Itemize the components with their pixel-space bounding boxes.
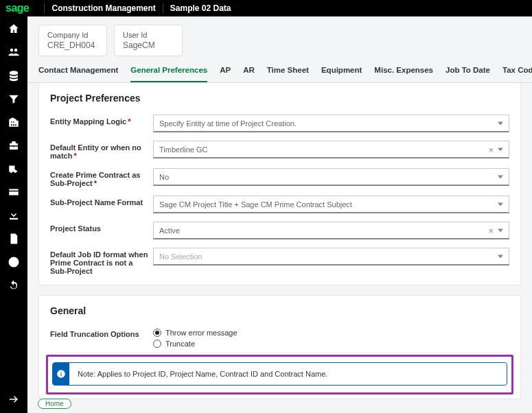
database-icon[interactable] [7,69,21,82]
user-id-label: User Id [123,31,174,39]
entity-mapping-select[interactable]: Specify Entity at time of Project Creati… [153,115,509,132]
toolbox-icon[interactable] [7,139,21,152]
truncation-option-truncate[interactable]: Truncate [153,340,509,348]
truncation-option-throw[interactable]: Throw error message [153,329,509,337]
chevron-down-icon [498,228,503,232]
default-entity-label: Default Entity or when no match* [50,141,153,160]
chevron-down-icon [498,175,503,178]
job-id-format-select[interactable]: No Selection [153,248,509,266]
default-entity-select[interactable]: Timberline GC × [153,141,509,158]
tab-general-preferences[interactable]: General Preferences [130,60,207,83]
tab-misc-expenses[interactable]: Misc. Expenses [374,60,433,82]
chart-icon[interactable] [7,255,21,269]
highlight-annotation: Note: Applies to Project ID, Project Nam… [46,355,513,394]
info-icon [53,363,69,385]
general-panel: General Field Truncation Options Throw e… [38,295,521,399]
tab-ar[interactable]: AR [243,60,255,82]
users-icon[interactable] [7,45,21,59]
project-preferences-panel: Project Preferences Entity Mapping Logic… [38,83,521,285]
chevron-down-icon [498,148,503,151]
project-status-select[interactable]: Active × [153,222,509,239]
general-title: General [39,296,520,323]
refresh-icon[interactable] [7,279,21,292]
subproject-format-select[interactable]: Sage CM Project Title + Sage CM Prime Co… [153,196,509,213]
company-id-label: Company Id [47,31,98,39]
project-status-label: Project Status [50,222,153,233]
dataset-name: Sample 02 Data [170,3,231,13]
topbar: sage Construction Management Sample 02 D… [0,0,532,16]
home-tag[interactable]: Home [38,399,71,409]
main-content: Company Id CRE_DH004 User Id SageCM Cont… [27,16,532,413]
entity-mapping-label: Entity Mapping Logic* [50,115,153,126]
tab-bar: Contact Management General Preferences A… [27,60,532,83]
info-banner: Note: Applies to Project ID, Project Nam… [52,362,507,386]
tab-ap[interactable]: AP [220,60,231,82]
prime-contract-sub-label: Create Prime Contract as Sub-Project* [50,168,153,187]
tab-time-sheet[interactable]: Time Sheet [267,60,309,82]
clear-icon[interactable]: × [488,226,494,235]
truck-icon[interactable] [7,162,21,176]
radio-icon [153,340,161,348]
truncation-radio-group: Throw error message Truncate [153,327,509,348]
truncation-label: Field Truncation Options [50,327,153,338]
radio-icon [153,329,161,337]
module-name: Construction Management [51,3,155,13]
filter-icon[interactable] [7,92,21,106]
prime-contract-sub-select[interactable]: No [153,168,509,186]
chevron-down-icon [498,121,503,125]
company-id-value: CRE_DH004 [47,40,98,50]
building-icon[interactable] [7,115,21,129]
user-id-value: SageCM [123,40,174,50]
home-icon[interactable] [7,22,21,36]
job-id-format-label: Default Job ID format when Prime Contrac… [50,248,153,275]
card-icon[interactable] [7,185,21,199]
document-icon[interactable] [7,232,21,246]
brand-logo: sage [5,2,29,14]
sidebar [0,16,27,413]
tab-equipment[interactable]: Equipment [321,60,362,82]
tab-tax-codes[interactable]: Tax Codes [502,60,532,82]
subproject-format-label: Sub-Project Name Format [50,196,153,206]
chevron-down-icon [498,255,503,258]
company-id-card: Company Id CRE_DH004 [38,25,107,56]
expand-icon[interactable] [7,392,21,406]
tab-job-to-date[interactable]: Job To Date [446,60,490,82]
user-id-card: User Id SageCM [114,25,183,56]
download-icon[interactable] [7,209,21,222]
clear-icon[interactable]: × [488,145,494,154]
svg-rect-2 [60,372,61,373]
info-text: Note: Applies to Project ID, Project Nam… [69,363,336,385]
project-preferences-title: Project Preferences [39,83,520,110]
chevron-down-icon [498,202,503,206]
tab-contact-management[interactable]: Contact Management [38,60,118,82]
svg-rect-1 [60,373,61,376]
